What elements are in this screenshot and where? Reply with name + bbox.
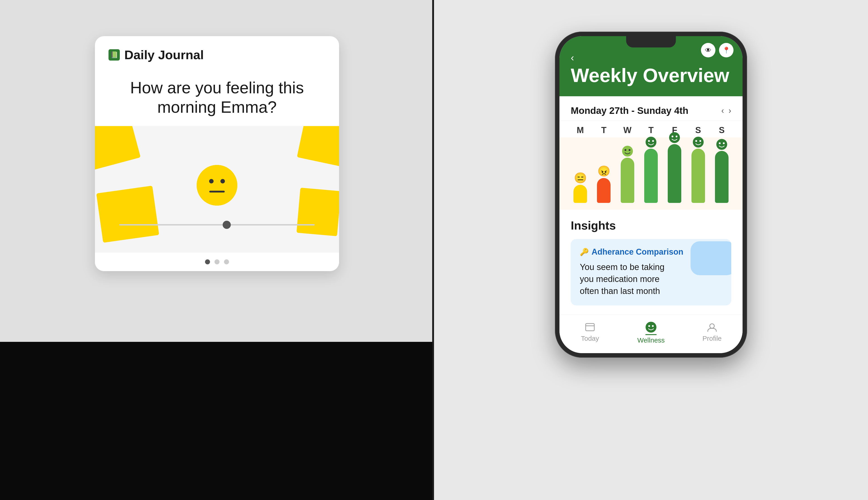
bar-emoji-t1: 😠 (597, 165, 610, 177)
nav-active-indicator (645, 334, 657, 335)
bottom-black-area (0, 342, 434, 500)
bar-body-s1 (691, 149, 705, 203)
day-label-w: W (618, 125, 636, 135)
journal-question: How are you feeling this morning Emma? (95, 69, 339, 122)
mood-slider[interactable] (119, 224, 315, 226)
svg-point-7 (645, 137, 656, 148)
bar-emoji-w (622, 146, 633, 157)
nav-profile[interactable]: Profile (681, 319, 743, 346)
journal-title: Daily Journal (124, 47, 204, 62)
bar-top-emoji-t2 (645, 136, 657, 148)
svg-point-10 (669, 132, 680, 143)
svg-point-5 (624, 149, 627, 151)
bar-wednesday (618, 146, 636, 203)
svg-point-1 (209, 179, 214, 183)
svg-point-18 (723, 142, 725, 144)
nav-wellness[interactable]: Wellness (620, 319, 681, 346)
bar-saturday (689, 136, 707, 203)
svg-point-16 (716, 139, 727, 150)
svg-point-21 (645, 322, 656, 332)
insight-body: You seem to be taking you medication mor… (580, 261, 679, 297)
day-label-s1: S (689, 125, 707, 135)
svg-point-9 (652, 140, 654, 142)
svg-point-0 (197, 165, 237, 206)
insight-label-text: Adherance Comparison (591, 247, 683, 257)
bar-sunday (713, 139, 731, 203)
profile-icon (705, 321, 719, 333)
mood-emoji (197, 165, 237, 206)
svg-point-24 (710, 324, 714, 328)
nav-today-label: Today (581, 334, 599, 342)
svg-point-13 (693, 137, 704, 148)
header-icons: 👁 📍 (701, 43, 733, 57)
sticky-note-tl (95, 126, 140, 170)
sticky-note-tr (297, 126, 339, 167)
slider-filled (119, 224, 227, 226)
svg-point-8 (648, 140, 650, 142)
bar-body-f (668, 144, 681, 203)
bar-tuesday: 😠 (595, 165, 613, 203)
date-next-button[interactable]: › (729, 106, 731, 115)
bar-body-s2 (715, 151, 729, 203)
mood-chart: 😑 😠 (560, 137, 743, 210)
svg-point-11 (672, 136, 673, 137)
svg-point-23 (652, 325, 654, 327)
svg-point-17 (719, 142, 721, 144)
phone-wrapper: 👁 📍 ‹ Weekly Overview Monday 27th - Sund… (555, 32, 747, 358)
back-chevron-icon: ‹ (571, 52, 574, 63)
bar-body-t1 (597, 178, 610, 203)
svg-point-12 (676, 136, 677, 137)
svg-point-22 (648, 325, 650, 327)
bar-friday (665, 132, 684, 203)
dots-indicator (95, 253, 339, 271)
key-icon: 🔑 (580, 248, 589, 256)
svg-point-6 (629, 149, 630, 151)
bar-top-emoji-s2 (716, 139, 728, 150)
days-header: M T W T F S S (560, 121, 743, 137)
svg-point-15 (699, 140, 701, 142)
sticky-note-bl (96, 185, 159, 243)
date-row: Monday 27th - Sunday 4th ‹ › (560, 96, 743, 121)
today-icon (583, 321, 597, 333)
date-navigation: ‹ › (721, 106, 731, 115)
dot-2[interactable] (215, 259, 219, 264)
phone-notch (626, 36, 676, 47)
bottom-nav: Today (560, 315, 743, 353)
nav-wellness-label: Wellness (637, 337, 665, 344)
bar-top-emoji-s1 (692, 136, 704, 148)
location-pin-icon: 📍 (722, 47, 730, 54)
mood-area (95, 126, 339, 253)
left-panel: 📗 Daily Journal How are you feeling this… (0, 0, 434, 500)
svg-point-14 (695, 140, 697, 142)
wellness-icon (644, 321, 658, 333)
insight-card[interactable]: 🔑 Adherance Comparison You seem to be ta… (571, 239, 731, 306)
insights-title: Insights (571, 219, 731, 232)
day-label-t1: T (595, 125, 613, 135)
date-prev-button[interactable]: ‹ (721, 106, 724, 115)
bar-body-w (621, 158, 634, 203)
sticky-note-br (296, 188, 339, 236)
location-icon-btn[interactable]: 📍 (719, 43, 733, 57)
bar-top-emoji-f (669, 132, 680, 143)
day-label-s2: S (713, 125, 731, 135)
bar-thursday (642, 136, 660, 203)
bar-body-t2 (644, 149, 658, 203)
svg-rect-19 (586, 323, 594, 331)
nav-profile-label: Profile (702, 334, 722, 342)
insight-chart-decoration (690, 241, 731, 275)
insights-section: Insights 🔑 Adherance Comparison You seem… (560, 210, 743, 315)
binoculars-icon-btn[interactable]: 👁 (701, 43, 715, 57)
day-label-t2: T (642, 125, 660, 135)
dot-3[interactable] (224, 259, 229, 264)
slider-thumb[interactable] (223, 221, 231, 229)
day-label-m: M (571, 125, 589, 135)
phone-outer: 👁 📍 ‹ Weekly Overview Monday 27th - Sund… (555, 32, 747, 358)
nav-today[interactable]: Today (560, 319, 620, 346)
slider-track (119, 224, 315, 226)
journal-card: 📗 Daily Journal How are you feeling this… (95, 36, 339, 271)
journal-icon: 📗 (109, 49, 120, 60)
bar-monday: 😑 (571, 172, 589, 203)
app-title: Weekly Overview (571, 66, 731, 85)
bar-emoji-m: 😑 (574, 172, 587, 184)
dot-1[interactable] (205, 259, 210, 264)
